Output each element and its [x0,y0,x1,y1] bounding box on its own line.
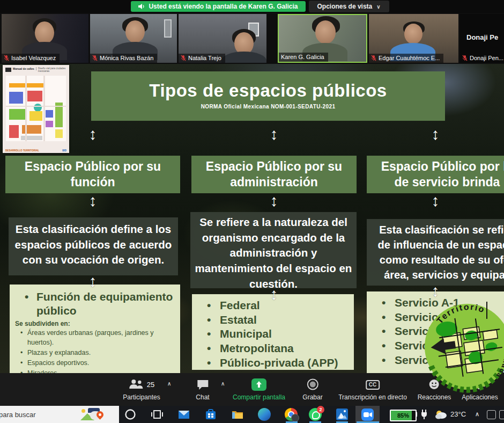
taskbar-search[interactable]: para buscar [0,406,119,423]
slide-subtitle: NORMA Oficial Mexicana NOM-001-SEDATU-20… [91,104,445,110]
manual-footer-left: DESARROLLO TERRITORIAL [5,149,39,152]
record-icon [306,378,319,391]
list-heading: Función de equipamiento público [13,290,177,318]
participant-name: Donaji Pen... [470,55,503,61]
chat-button[interactable]: Chat [196,378,209,401]
double-arrow-icon: ↕ [5,273,180,289]
participant-name: Edgar Cuauhtémoc E... [379,55,440,61]
list-item: Áreas verdes urbanas (parques, jardines … [20,328,177,348]
chrome-icon[interactable] [285,408,298,421]
participant-name-tag: Donaji Pen... [460,54,504,63]
list-item: Metropolitana [197,341,349,356]
participant-name-tag: Isabel Velazquez [2,54,60,63]
participant-name: Natalia Trejo [188,55,221,61]
participant-tile[interactable]: Natalia Trejo [179,14,266,63]
participant-strip: Isabel Velazquez Mónica Rivas Bazán [0,13,504,64]
edge-icon[interactable] [258,408,271,421]
participant-name-tag: Mónica Rivas Bazán [90,54,157,63]
participant-name: Karen G. Galicia [281,54,324,60]
record-label: Grabar [302,393,322,401]
temperature-readout[interactable]: 23°C [450,410,466,418]
store-icon[interactable] [204,408,217,421]
column-list-box-administracion: Federal Estatal Municipal Metropolitana … [192,294,354,370]
participant-tile[interactable]: Isabel Velazquez [2,14,88,63]
cortana-icon[interactable] [124,408,137,421]
double-arrow-icon: ↕ [5,193,180,209]
participant-tile[interactable]: Edgar Cuauhtémoc E... [369,14,458,63]
live-transcription-label: Transcripción en directo [338,393,407,401]
file-explorer-icon[interactable] [231,408,244,421]
whatsapp-badge: 2 [317,406,324,413]
double-arrow-icon: ↕ [367,193,504,209]
whatsapp-icon[interactable]: 2 [309,408,322,421]
sub-item-list: Áreas verdes urbanas (parques, jardines … [13,328,177,374]
manual-footer-right: BID [62,149,66,152]
column-header-administracion: Espacio Público por su administración [191,156,357,193]
cc-icon: CC [366,380,380,390]
search-highlights-icon[interactable] [80,408,110,421]
participant-name-tag: Edgar Cuauhtémoc E... [369,54,443,63]
column-description: Esta clasificación se refie de influenci… [367,219,504,286]
participant-tile[interactable]: Mónica Rivas Bazán [90,14,177,63]
slide-title-box: Tipos de espacios públicos NORMA Oficial… [91,71,445,121]
participant-tile-no-video[interactable]: Donaji Pe Donaji Pen... [460,14,504,63]
chevron-up-icon[interactable]: ∧ [475,411,479,418]
battery-percent: 85% [397,412,409,419]
double-arrow-icon: ↕ [191,286,357,302]
task-view-icon[interactable] [151,408,164,421]
zoom-app-icon[interactable] [361,408,374,421]
muted-mic-icon [371,55,376,61]
reactions-label: Reacciones [418,393,451,401]
zoom-meeting-window: Usted está viendo la pantalla de Karen G… [0,0,504,423]
view-options-button[interactable]: Opciones de vista ∨ [309,1,389,12]
muted-mic-icon [92,55,98,61]
chevron-down-icon: ∨ [376,4,380,10]
share-banner-pill: Usted está viendo la pantalla de Karen G… [131,1,305,12]
apps-label: Aplicaciones [462,393,498,401]
photos-icon[interactable] [336,408,349,421]
manual-title: Manual de calles [13,67,36,70]
participants-button[interactable]: 25 Participantes [123,378,160,401]
list-item: Estatal [197,313,349,327]
column-header-servicio: Espacio Público por la de servicio brind… [367,156,504,193]
record-button[interactable]: Grabar [302,378,322,401]
subdivide-label: Se subdividen en: [15,320,177,327]
speaker-icon [138,3,145,10]
slide-title: Tipos de espacios públicos [91,81,445,101]
weather-cloud-icon[interactable] [434,409,447,422]
list-item: Público-privada (APP) [197,356,349,370]
share-screen-button[interactable]: Compartir pantalla [233,378,285,401]
tray-icon[interactable] [499,410,504,419]
column-description: Se refiere a la naturaleza del organismo… [190,212,357,288]
mail-icon[interactable] [177,408,190,421]
list-item: Espacios deportivos. [20,358,177,368]
participant-name: Isabel Velazquez [11,55,56,61]
double-arrow-icon: ↕ [191,126,357,142]
column-list-box-funcion: Función de equipamiento público Se subdi… [10,285,180,373]
muted-mic-icon [181,55,186,61]
muted-mic-icon [4,55,9,61]
share-banner-text: Usted está viendo la pantalla de Karen G… [149,3,298,10]
column-header-funcion: Espacio Público por su función [5,156,180,193]
double-arrow-icon: ↕ [191,193,357,209]
battery-icon[interactable]: 85% [390,410,417,421]
windows-taskbar: para buscar [0,406,504,423]
list-item: Plazas y explanadas. [20,348,177,358]
book-icon [5,68,11,72]
tray-icon[interactable] [487,410,496,419]
chat-icon [196,378,209,390]
participant-tile-active-speaker[interactable]: Karen G. Galicia [278,14,367,63]
participant-display-name: Donaji Pe [460,33,504,41]
chevron-up-icon[interactable]: ∧ [167,381,171,386]
item-list: Federal Estatal Municipal Metropolitana … [197,298,349,370]
chevron-up-icon[interactable]: ∧ [221,381,225,386]
plug-icon [420,409,433,422]
participants-icon [129,379,145,390]
live-transcription-button[interactable]: CC Transcripción en directo [338,378,407,401]
screen-share-banner: Usted está viendo la pantalla de Karen G… [0,0,504,13]
search-placeholder: para buscar [0,411,36,419]
participants-label: Participantes [123,393,160,401]
manual-subtitle: Diseño vial para ciudades mexicanas [38,67,66,73]
muted-mic-icon [462,55,468,61]
list-item: Miradores. [20,368,177,374]
